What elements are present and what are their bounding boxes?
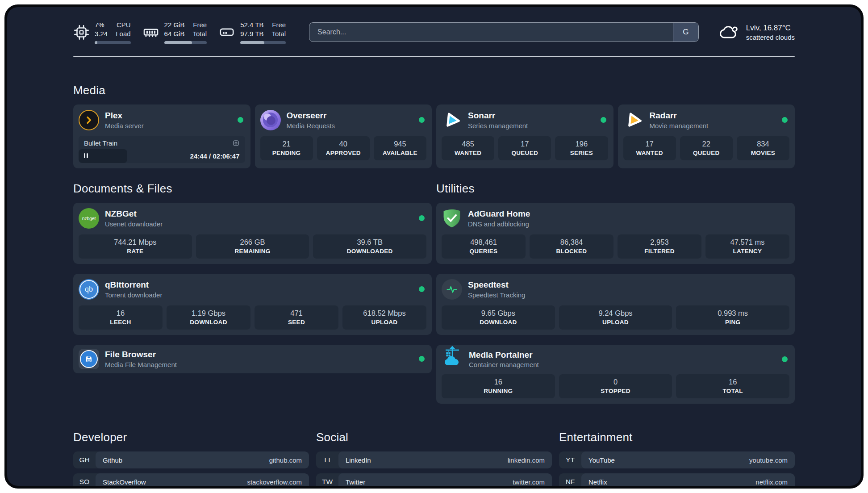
search-input[interactable] (309, 23, 673, 42)
status-online-dot (419, 117, 425, 123)
plex-card[interactable]: Plex Media server Bullet Train (73, 104, 250, 168)
bookmark-row-linkedin[interactable]: LI LinkedIn linkedin.com (316, 451, 552, 468)
bookmark-url: youtube.com (749, 456, 788, 464)
stat-row: 21 PENDING 40 APPROVED 945 AVAILABLE (260, 136, 427, 160)
bookmark-row-github[interactable]: GH Github github.com (73, 451, 309, 468)
storage-total-value: 97.9 TB (240, 29, 263, 38)
memory-stat: 22 GiB 64 GiB Free Total (142, 21, 207, 44)
stat-value: 498,461 (443, 238, 524, 246)
stat-tile-seed: 471 SEED (255, 305, 338, 330)
bookmark-url: linkedin.com (508, 456, 545, 464)
stat-value: 21 (262, 140, 311, 148)
stat-label: REMAINING (198, 248, 308, 255)
adguard-card[interactable]: AdGuard Home DNS and adblocking 498,461 … (436, 203, 795, 264)
bookmark-url: twitter.com (513, 478, 545, 486)
bookmark-name: LinkedIn (346, 456, 371, 464)
stat-value: 16 (443, 378, 553, 386)
stat-label: RUNNING (443, 388, 553, 394)
bookmark-url: netflix.com (755, 478, 788, 486)
bookmark-body: YouTube youtube.com (581, 451, 795, 468)
memory-total-label: Total (192, 29, 207, 38)
stat-tile-running: 16 RUNNING (442, 374, 555, 398)
middle-columns: Documents & Files nzbget NZBGet Usenet d… (73, 182, 795, 404)
status-online-dot (419, 356, 425, 362)
dashboard-content: 7% 3.24 CPU Load (73, 7, 795, 489)
qbittorrent-card[interactable]: qb qBittorrent Torrent downloader 16 LEE… (73, 274, 432, 335)
media-section: Media Plex Media server Bullet Train (73, 84, 795, 168)
app-subtitle: Speedtest Tracking (468, 291, 789, 299)
qbittorrent-icon-text: qb (85, 284, 93, 294)
developer-group: Developer GH Github github.com SO StackO… (73, 430, 309, 489)
stat-value: 40 (319, 140, 368, 148)
storage-progress-bar (240, 41, 286, 44)
portainer-card[interactable]: Media Portainer Container management 16 … (436, 345, 795, 404)
media-grid: Plex Media server Bullet Train (73, 104, 795, 168)
overseerr-card[interactable]: Overseerr Media Requests 21 PENDING 40 A… (255, 104, 432, 168)
stat-tile-pending: 21 PENDING (260, 136, 313, 160)
ram-icon (142, 24, 159, 41)
settings-icon[interactable] (232, 139, 240, 147)
stat-label: DOWNLOADED (315, 248, 425, 255)
stat-value: 17 (625, 140, 674, 148)
memory-free-value: 22 GiB (164, 21, 185, 29)
pause-icon[interactable] (84, 152, 89, 160)
sonarr-card[interactable]: Sonarr Series management 485 WANTED 17 Q… (436, 104, 613, 168)
playback-progress-chip[interactable] (79, 149, 127, 163)
bookmark-abbr: TW (316, 473, 338, 489)
stat-row: 485 WANTED 17 QUEUED 196 SERIES (442, 136, 608, 160)
bookmark-row-netflix[interactable]: NF Netflix netflix.com (559, 473, 795, 489)
stat-value: 22 (682, 140, 731, 148)
floppy-disk-icon (80, 350, 98, 368)
radarr-card[interactable]: Radarr Movie management 17 WANTED 22 QUE… (618, 104, 795, 168)
stat-label: SERIES (557, 150, 606, 156)
plex-card-header: Plex Media server (79, 110, 245, 130)
media-section-title: Media (73, 84, 795, 97)
stat-tile-queued: 22 QUEUED (680, 136, 733, 160)
stat-tile-series: 196 SERIES (555, 136, 608, 160)
stat-value: 945 (376, 140, 425, 148)
bookmark-row-twitter[interactable]: TW Twitter twitter.com (316, 473, 552, 489)
utilities-column: Utilities AdGuard Home (436, 182, 795, 404)
bookmark-row-youtube[interactable]: YT YouTube youtube.com (559, 451, 795, 468)
stat-label: RATE (80, 248, 190, 255)
filebrowser-card[interactable]: File Browser Media File Management (73, 345, 432, 373)
stat-tile-wanted: 17 WANTED (623, 136, 676, 160)
bookmark-abbr: SO (73, 473, 96, 489)
speedtest-card[interactable]: Speedtest Speedtest Tracking 9.65 Gbps D… (436, 274, 795, 335)
stat-tile-latency: 47.571 ms LATENCY (705, 234, 789, 259)
app-subtitle: Usenet downloader (105, 220, 413, 228)
storage-labels: Free Total (271, 21, 286, 38)
qbittorrent-icon: qb (79, 279, 99, 300)
portainer-card-header: Media Portainer Container management (442, 350, 789, 369)
search-engine-button[interactable]: G (673, 23, 698, 42)
stat-value: 0 (561, 378, 671, 386)
stat-row: 744.21 Mbps RATE 266 GB REMAINING 39.6 T… (79, 234, 426, 259)
bookmark-body: Twitter twitter.com (338, 473, 552, 489)
storage-total-label: Total (271, 29, 286, 38)
disk-icon (218, 24, 235, 41)
weather-location-temp: Lviv, 16.87°C (746, 24, 795, 33)
nzbget-card-header: nzbget NZBGet Usenet downloader (79, 208, 426, 229)
weather-widget: Lviv, 16.87°C scattered clouds (718, 21, 795, 43)
filebrowser-card-header: File Browser Media File Management (79, 349, 426, 369)
storage-values: 52.4 TB 97.9 TB (240, 21, 263, 38)
stat-tile-queued: 17 QUEUED (498, 136, 551, 160)
weather-condition: scattered clouds (746, 33, 795, 41)
bookmark-row-stackoverflow[interactable]: SO StackOverflow stackoverflow.com (73, 473, 309, 489)
sonarr-card-titles: Sonarr Series management (468, 111, 595, 130)
stat-value: 47.571 ms (707, 238, 788, 246)
storage-stat: 52.4 TB 97.9 TB Free Total (218, 21, 286, 44)
filebrowser-icon (79, 349, 99, 369)
stat-value: 1.19 Gbps (168, 309, 249, 318)
nzbget-card[interactable]: nzbget NZBGet Usenet downloader 744.21 M… (73, 203, 432, 264)
stat-label: SEED (256, 319, 337, 326)
stat-value: 2,953 (619, 238, 700, 246)
stat-value: 16 (678, 378, 788, 386)
bookmark-body: StackOverflow stackoverflow.com (96, 473, 309, 489)
status-online-dot (419, 286, 425, 292)
bookmark-url: github.com (269, 456, 302, 464)
app-name: Sonarr (468, 111, 595, 121)
stat-tile-downloaded: 39.6 TB DOWNLOADED (313, 234, 426, 259)
speedtest-card-titles: Speedtest Speedtest Tracking (468, 280, 789, 299)
stat-tile-download: 1.19 Gbps DOWNLOAD (167, 305, 250, 330)
